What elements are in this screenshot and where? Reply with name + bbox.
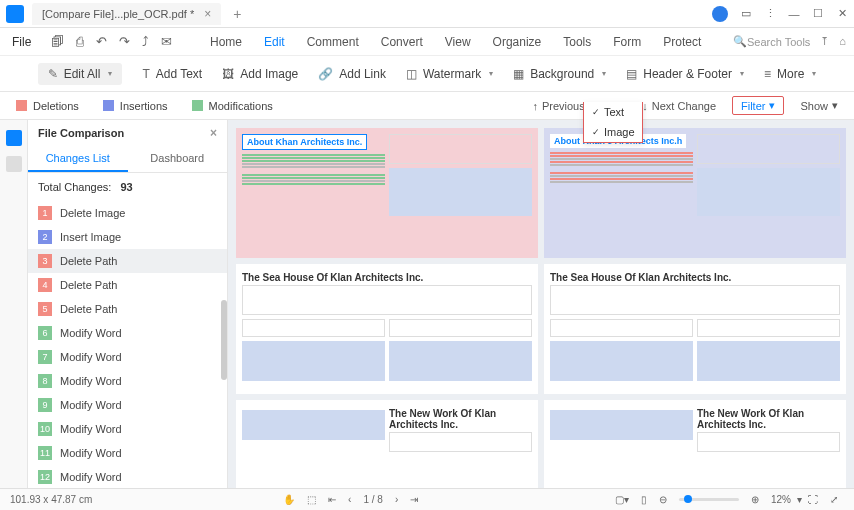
change-row[interactable]: 11Modify Word — [28, 441, 227, 465]
change-row[interactable]: 6Modify Word — [28, 321, 227, 345]
background-button[interactable]: ▦Background▾ — [513, 67, 606, 81]
change-row[interactable]: 8Modify Word — [28, 369, 227, 393]
change-row[interactable]: 1Delete Image — [28, 201, 227, 225]
change-row[interactable]: 4Delete Path — [28, 273, 227, 297]
page-title: The New Work Of Klan Architects Inc. — [389, 406, 532, 432]
tab-changes-list[interactable]: Changes List — [28, 146, 128, 172]
filter-button[interactable]: Filter▾ — [732, 96, 784, 115]
page-title: The Sea House Of Klan Architects Inc. — [242, 270, 532, 285]
add-image-button[interactable]: 🖼Add Image — [222, 67, 298, 81]
chevron-down-icon: ▾ — [740, 69, 744, 78]
upload-icon[interactable]: ⤒ — [820, 35, 829, 48]
scrollbar[interactable] — [221, 300, 227, 380]
change-row[interactable]: 9Modify Word — [28, 393, 227, 417]
slider-knob[interactable] — [684, 495, 692, 503]
maximize-icon[interactable]: ☐ — [812, 7, 824, 20]
page-2-right[interactable]: The Sea House Of Klan Architects Inc. — [544, 264, 846, 394]
change-row[interactable]: 3Delete Path — [28, 249, 227, 273]
show-button[interactable]: Show▾ — [800, 99, 838, 112]
page-2-left[interactable]: The Sea House Of Klan Architects Inc. — [236, 264, 538, 394]
link-icon: 🔗 — [318, 67, 333, 81]
next-page-icon[interactable]: › — [395, 494, 398, 505]
menu-edit[interactable]: Edit — [264, 35, 285, 49]
chevron-down-icon: ▾ — [602, 69, 606, 78]
menu-protect[interactable]: Protect — [663, 35, 701, 49]
next-change-button[interactable]: ↓Next Change — [642, 100, 716, 112]
prev-page-icon[interactable]: ‹ — [348, 494, 351, 505]
last-page-icon[interactable]: ⇥ — [410, 494, 418, 505]
compare-panel-icon[interactable] — [6, 130, 22, 146]
minimize-icon[interactable]: — — [788, 8, 800, 20]
change-number: 8 — [38, 374, 52, 388]
menu-comment[interactable]: Comment — [307, 35, 359, 49]
file-menu[interactable]: File — [8, 33, 35, 51]
mail-icon[interactable]: ✉ — [161, 34, 172, 49]
menu-home[interactable]: Home — [210, 35, 242, 49]
view-mode-icon[interactable]: ▢▾ — [615, 494, 629, 505]
single-page-icon[interactable]: ▯ — [641, 494, 647, 505]
app-icon[interactable] — [6, 5, 24, 23]
menu-convert[interactable]: Convert — [381, 35, 423, 49]
save-icon[interactable]: 🗐 — [51, 34, 64, 49]
page-1-right[interactable]: About Khan J Architects Inc.h — [544, 128, 846, 258]
arrow-up-icon: ↑ — [532, 100, 538, 112]
add-text-button[interactable]: TAdd Text — [142, 67, 202, 81]
fullscreen-icon[interactable]: ⤢ — [830, 494, 838, 505]
redo-icon[interactable]: ↷ — [119, 34, 130, 49]
change-label: Insert Image — [60, 231, 121, 243]
rail-icon-2[interactable] — [6, 156, 22, 172]
share-icon[interactable]: ⤴ — [142, 34, 149, 49]
more-button[interactable]: ≡More▾ — [764, 67, 816, 81]
more-icon: ≡ — [764, 67, 771, 81]
filter-option-image[interactable]: ✓Image — [584, 122, 642, 142]
zoom-in-icon[interactable]: ⊕ — [751, 494, 759, 505]
change-row[interactable]: 5Delete Path — [28, 297, 227, 321]
tab-dashboard[interactable]: Dashboard — [128, 146, 228, 172]
home-icon[interactable]: ⌂ — [839, 35, 846, 48]
menu-form[interactable]: Form — [613, 35, 641, 49]
avatar[interactable] — [712, 6, 728, 22]
new-tab-button[interactable]: + — [233, 6, 241, 22]
print-icon[interactable]: ⎙ — [76, 34, 84, 49]
change-label: Modify Word — [60, 447, 122, 459]
undo-icon[interactable]: ↶ — [96, 34, 107, 49]
change-label: Modify Word — [60, 423, 122, 435]
watermark-button[interactable]: ◫Watermark▾ — [406, 67, 493, 81]
dots-icon[interactable]: ⋮ — [764, 7, 776, 20]
zoom-slider[interactable] — [679, 498, 739, 501]
change-row[interactable]: 7Modify Word — [28, 345, 227, 369]
close-icon[interactable]: ✕ — [836, 7, 848, 20]
menu-organize[interactable]: Organize — [493, 35, 542, 49]
menu-tools[interactable]: Tools — [563, 35, 591, 49]
search-tools[interactable]: 🔍 Search Tools — [733, 35, 810, 48]
tab-close-icon[interactable]: × — [204, 7, 211, 21]
zoom-level[interactable]: 12% — [771, 494, 791, 505]
arrow-down-icon: ↓ — [642, 100, 648, 112]
close-panel-icon[interactable]: × — [210, 126, 217, 140]
deletions-swatch — [16, 100, 27, 111]
menu-items: Home Edit Comment Convert View Organize … — [178, 35, 733, 49]
edit-all-button[interactable]: ✎Edit All▾ — [38, 63, 123, 85]
building-image — [697, 341, 840, 381]
page-1-left[interactable]: About Khan Architects Inc. — [236, 128, 538, 258]
change-number: 4 — [38, 278, 52, 292]
header-footer-button[interactable]: ▤Header & Footer▾ — [626, 67, 744, 81]
document-viewer[interactable]: About Khan Architects Inc. About Khan J … — [228, 120, 854, 506]
menu-view[interactable]: View — [445, 35, 471, 49]
add-link-button[interactable]: 🔗Add Link — [318, 67, 386, 81]
hand-tool-icon[interactable]: ✋ — [283, 494, 295, 505]
menu-icon[interactable]: ▭ — [740, 7, 752, 20]
zoom-out-icon[interactable]: ⊖ — [659, 494, 667, 505]
document-tab[interactable]: [Compare File]...ple_OCR.pdf * × — [32, 3, 221, 25]
page-indicator[interactable]: 1 / 8 — [363, 494, 382, 505]
building-image — [697, 168, 840, 216]
change-row[interactable]: 2Insert Image — [28, 225, 227, 249]
change-row[interactable]: 10Modify Word — [28, 417, 227, 441]
building-image — [389, 341, 532, 381]
change-row[interactable]: 12Modify Word — [28, 465, 227, 489]
fit-width-icon[interactable]: ⛶ — [808, 494, 818, 505]
filter-option-text[interactable]: ✓Text — [584, 102, 642, 122]
first-page-icon[interactable]: ⇤ — [328, 494, 336, 505]
change-number: 3 — [38, 254, 52, 268]
select-tool-icon[interactable]: ⬚ — [307, 494, 316, 505]
